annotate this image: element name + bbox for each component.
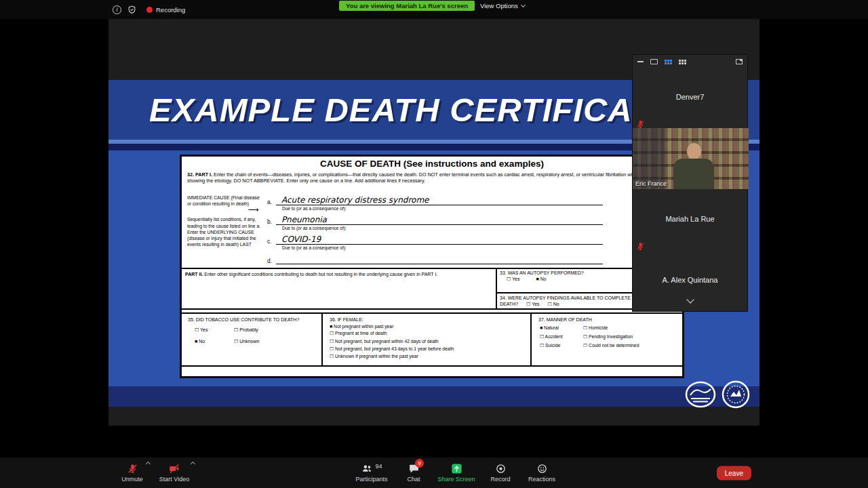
part1-instruction-text: Enter the chain of events—diseases, inju…: [187, 171, 643, 184]
leave-button[interactable]: Leave: [717, 466, 751, 480]
due-to-label: Due to (or as a consequence of):: [282, 226, 610, 231]
panel-view-toolbar: [633, 55, 747, 68]
info-icon: i: [113, 5, 121, 14]
person-head: [687, 143, 701, 159]
toolbar-center-group: 94 Participants 9 Chat Share Screen: [349, 458, 563, 488]
unmute-button[interactable]: Unmute: [113, 458, 152, 488]
line-letter: c.: [267, 238, 276, 245]
participants-panel: Denver7 Eric France Mariah La Rue A. Ale…: [632, 54, 748, 312]
health-department-logo-icon: [685, 380, 716, 409]
collapse-panel-button[interactable]: [688, 293, 693, 305]
record-button[interactable]: Record: [480, 458, 521, 488]
q37-undetermined: ☐ Could not be determined: [583, 343, 678, 348]
unmute-label: Unmute: [121, 476, 143, 483]
part2-section: PART II. Enter other significant conditi…: [182, 268, 682, 310]
reactions-button[interactable]: Reactions: [521, 458, 563, 488]
topbar-left-controls: i Recording: [113, 0, 185, 19]
q36-option-3: ☐ Not pregnant, but pregnant within 42 d…: [327, 339, 526, 344]
zoom-meeting-window: i Recording You are viewing Mariah La Ru…: [0, 0, 868, 488]
camera-muted-icon: [168, 463, 180, 474]
due-to-label: Due to (or as a consequence of):: [282, 245, 610, 251]
cause-entry-c: COVID-19: [276, 235, 603, 245]
q37-accident: ☐ Accident: [540, 334, 583, 340]
meeting-toolbar: Unmute Start Video: [0, 458, 868, 488]
participant-tile-alex[interactable]: A. Alex Quintana: [633, 276, 747, 284]
meeting-topbar: i Recording You are viewing Mariah La Ru…: [0, 0, 868, 19]
participant-tile-mariah[interactable]: Mariah La Rue: [633, 215, 747, 223]
q36-option-5: ☐ Unknown if pregnant within the past ye…: [327, 354, 526, 359]
security-button[interactable]: [127, 5, 136, 14]
participant-video-tile[interactable]: Eric France: [633, 128, 749, 189]
slide-footer-band: [108, 386, 760, 407]
participant-video-name: Eric France: [635, 180, 667, 187]
cause-line-a: a. Acute respiratory distress syndrome: [267, 192, 610, 205]
line-letter: d.: [267, 258, 276, 264]
person-body: [673, 159, 714, 189]
gallery-view-icon[interactable]: [679, 60, 686, 64]
reactions-icon: [536, 463, 548, 474]
if-female-cell: 36. IF FEMALE: ■ Not pregnant within pas…: [323, 314, 532, 365]
q37-suicide: ☐ Suicide: [540, 343, 583, 348]
reactions-label: Reactions: [528, 476, 555, 483]
popout-panel-icon[interactable]: [736, 59, 743, 64]
cause-line-c: c. COVID-19: [267, 231, 610, 245]
q34-option-no: ☐ No: [548, 302, 559, 306]
line-letter: b.: [267, 218, 276, 225]
participants-label: Participants: [355, 476, 387, 483]
q37-question: 37. MANNER OF DEATH: [536, 316, 678, 322]
toolbar-left-group: Unmute Start Video: [113, 458, 197, 488]
chevron-up-icon[interactable]: [146, 462, 151, 466]
minimize-icon[interactable]: [637, 61, 644, 62]
q36-question: 36. IF FEMALE:: [327, 316, 526, 322]
muted-mic-icon: [636, 120, 645, 129]
tobacco-cell: 35. DID TOBACCO USE CONTRIBUTE TO DEATH?…: [182, 314, 323, 365]
part2-cell: PART II. Enter other significant conditi…: [182, 269, 497, 308]
participants-count: 94: [375, 463, 382, 470]
share-screen-label: Share Screen: [437, 476, 475, 483]
q35-option-yes: ☐ Yes: [195, 327, 234, 333]
cause-line-d: d.: [267, 251, 610, 264]
share-screen-button[interactable]: Share Screen: [433, 458, 480, 488]
record-icon: [495, 463, 507, 474]
q37-pending: ☐ Pending Investigation: [583, 334, 678, 340]
share-screen-icon: [451, 463, 462, 474]
chevron-down-icon: [686, 296, 694, 303]
line-letter: a.: [267, 199, 276, 205]
cause-line-b: b. Pneumonia: [267, 211, 610, 225]
q37-natural: ■ Natural: [540, 325, 583, 331]
record-dot-icon: [146, 7, 153, 13]
q35-option-unknown: ☐ Unknown: [234, 339, 318, 344]
footer-logos: [685, 380, 750, 409]
chevron-up-icon[interactable]: [191, 462, 195, 466]
part1-section: IMMEDIATE CAUSE (Final disease or condit…: [182, 192, 682, 268]
part2-text: Enter other significant conditions contr…: [204, 272, 437, 277]
q36-option-4: ☐ Not pregnant, but pregnant 43 days to …: [327, 346, 526, 352]
speaker-view-icon[interactable]: [650, 59, 658, 64]
q36-option-2: ☐ Pregnant at time of death: [327, 331, 526, 336]
chat-unread-badge: 9: [415, 459, 424, 468]
gallery-strip-view-icon[interactable]: [665, 60, 672, 64]
start-video-button[interactable]: Start Video: [152, 458, 197, 488]
meeting-info-button[interactable]: i: [113, 5, 121, 14]
recording-indicator[interactable]: Recording: [146, 6, 185, 14]
part1-instructions: 32. PART I. Enter the chain of events—di…: [182, 170, 682, 192]
participant-tile-denver7[interactable]: Denver7: [633, 93, 747, 101]
viewing-screen-banner: You are viewing Mariah La Rue's screen: [339, 1, 475, 11]
cause-lines: a. Acute respiratory distress syndrome D…: [267, 192, 610, 264]
part2-number: PART II.: [185, 272, 203, 277]
q35-option-no: ■ No: [195, 339, 234, 344]
part1-left-labels: IMMEDIATE CAUSE (Final disease or condit…: [187, 195, 263, 247]
start-video-label: Start Video: [159, 476, 189, 483]
recording-label: Recording: [156, 6, 185, 14]
view-options-menu[interactable]: View Options: [480, 0, 525, 12]
q35-question: 35. DID TOBACCO USE CONTRIBUTE TO DEATH?: [185, 316, 318, 322]
death-certificate-form: CAUSE OF DEATH (See instructions and exa…: [180, 155, 684, 378]
chat-button[interactable]: 9 Chat: [395, 458, 433, 488]
q35-options: ☐ Yes ☐ Probably ■ No ☐ Unknown: [185, 322, 318, 344]
cause-entry-a: Acute respiratory distress syndrome: [276, 196, 603, 205]
view-options-label: View Options: [480, 2, 518, 9]
form-header: CAUSE OF DEATH (See instructions and exa…: [182, 157, 682, 170]
cause-entry-b: Pneumonia: [276, 216, 603, 225]
participants-button[interactable]: 94 Participants: [349, 458, 395, 488]
mic-muted-icon: [127, 463, 138, 474]
